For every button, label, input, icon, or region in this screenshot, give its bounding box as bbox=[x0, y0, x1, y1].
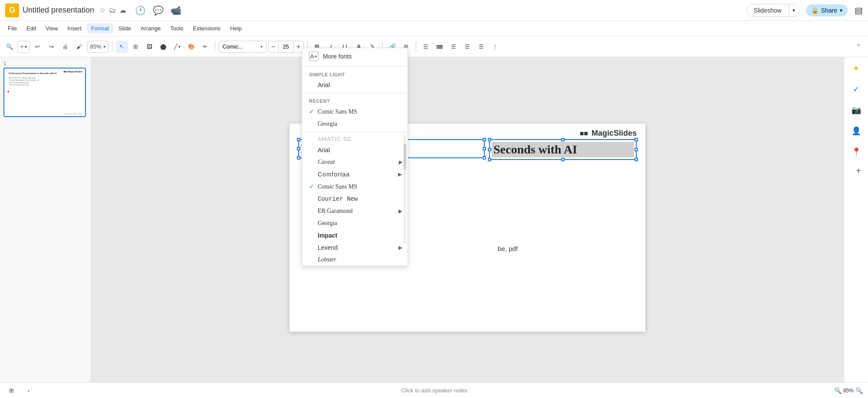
handle-br[interactable] bbox=[483, 156, 486, 160]
slide-logo: ■■ MagicSlides bbox=[580, 129, 637, 138]
tasks-icon[interactable]: ✓ bbox=[848, 82, 864, 97]
font-selector[interactable]: Comic... ▾ bbox=[219, 41, 266, 53]
thumb-watermark: MagicSlides App | Slide 1 bbox=[64, 113, 83, 115]
undo-btn[interactable]: ↩ bbox=[32, 41, 44, 53]
shape-btn[interactable]: ⬤ bbox=[158, 41, 170, 53]
collapse-toolbar-btn[interactable]: ⌃ bbox=[852, 41, 865, 53]
font-arrow-ebgaramond: ▶ bbox=[398, 208, 402, 215]
font-size-value[interactable]: 25 bbox=[278, 41, 294, 52]
redo-btn[interactable]: ↪ bbox=[46, 41, 58, 53]
font-item-comic-recent[interactable]: ✓ Comic Sans MS bbox=[302, 105, 408, 118]
handle-mr[interactable] bbox=[483, 147, 486, 150]
menu-extensions[interactable]: Extensions bbox=[189, 23, 225, 33]
more-fonts-item[interactable]: A+ More fonts bbox=[302, 48, 408, 65]
dropdown-scrollbar-thumb[interactable] bbox=[404, 144, 406, 170]
main-area: 1 ■■ MagicSlides Professional Presentati… bbox=[0, 57, 868, 398]
font-item-lexend[interactable]: Lexend ▶ bbox=[302, 241, 408, 254]
handle-tl[interactable] bbox=[297, 138, 300, 141]
menu-format[interactable]: Format bbox=[87, 23, 113, 33]
line-spacing-btn[interactable] bbox=[434, 41, 446, 53]
collapse-slides-btn[interactable]: ‹ bbox=[23, 385, 35, 397]
handle-r-bl[interactable] bbox=[488, 158, 491, 161]
right-sidebar: ✦ ✓ 📷 👤 📍 + bbox=[844, 57, 868, 398]
slide-thumbnail[interactable]: ■■ MagicSlides Professional Presentation… bbox=[3, 68, 86, 117]
font-item-georgia-recent[interactable]: Georgia bbox=[302, 118, 408, 130]
contacts-icon[interactable]: 👤 bbox=[848, 123, 864, 139]
font-item-comic-main[interactable]: ✓ Comic Sans MS bbox=[302, 180, 408, 193]
frame-select-btn[interactable]: ⊞ bbox=[130, 41, 142, 53]
menu-edit[interactable]: Edit bbox=[22, 23, 40, 33]
title-textbox-right[interactable]: Seconds with AI bbox=[489, 139, 637, 160]
chat-icon[interactable]: 💬 bbox=[153, 5, 164, 16]
menu-arrange[interactable]: Arrange bbox=[136, 23, 165, 33]
indent-list-btn[interactable]: ☰ bbox=[475, 41, 487, 53]
font-arrow-comfortaa: ▶ bbox=[398, 171, 402, 177]
menu-slide[interactable]: Slide bbox=[114, 23, 135, 33]
drive-icon[interactable]: 🗂 bbox=[109, 7, 116, 14]
menu-help[interactable]: Help bbox=[226, 23, 246, 33]
share-button[interactable]: 🔒 Share ▾ bbox=[806, 4, 848, 16]
pen-btn[interactable]: ✏ bbox=[199, 41, 211, 53]
share-label: Share bbox=[821, 7, 837, 14]
add-addon-btn[interactable]: + bbox=[852, 165, 865, 177]
align-btn[interactable]: ☰ bbox=[420, 41, 432, 53]
handle-tr[interactable] bbox=[483, 138, 486, 141]
handle-r-tl[interactable] bbox=[488, 138, 491, 141]
notes-area[interactable]: Click to add speaker notes bbox=[40, 387, 829, 394]
menu-view[interactable]: View bbox=[41, 23, 62, 33]
image-btn[interactable]: 🖼 bbox=[144, 41, 156, 53]
zoom-btn[interactable]: 85%▾ bbox=[87, 41, 108, 53]
print-btn[interactable]: 🖨 bbox=[59, 41, 72, 53]
more-options-btn[interactable]: ⋮ bbox=[489, 41, 501, 53]
paintbucket-btn[interactable]: 🎨 bbox=[185, 41, 197, 53]
font-item-comfortaa[interactable]: Comfortaa ▶ bbox=[302, 168, 408, 180]
zoom-out-icon[interactable]: 🔍 bbox=[834, 387, 842, 394]
handle-ml[interactable] bbox=[297, 147, 300, 150]
font-item-impact[interactable]: Impact bbox=[302, 229, 408, 241]
font-size-decrease-btn[interactable]: − bbox=[269, 41, 278, 53]
line-btn[interactable]: ╱▾ bbox=[171, 41, 184, 53]
menu-file[interactable]: File bbox=[3, 23, 21, 33]
video-icon[interactable]: 📷 bbox=[848, 102, 864, 118]
font-item-arial-main[interactable]: Arial bbox=[302, 144, 408, 156]
explore-icon[interactable]: ✦ bbox=[848, 61, 864, 76]
font-item-caveat[interactable]: Caveat ▶ bbox=[302, 156, 408, 168]
menu-insert[interactable]: Insert bbox=[63, 23, 86, 33]
cursor-btn[interactable]: ↖ bbox=[116, 41, 128, 53]
cloud-save-icon[interactable]: ☁ bbox=[119, 6, 126, 14]
menu-tools[interactable]: Tools bbox=[166, 23, 187, 33]
zoom-in-icon[interactable]: 🔍 bbox=[855, 387, 863, 394]
side-panel-icon[interactable]: ▤ bbox=[855, 5, 863, 16]
slideshow-button[interactable]: Slideshow ▾ bbox=[746, 4, 799, 17]
font-item-ebgaramond[interactable]: EB Garamond ▶ bbox=[302, 205, 408, 217]
star-icon[interactable]: ☆ bbox=[99, 6, 105, 14]
font-label-georgia-main: Georgia bbox=[318, 220, 337, 227]
handle-r-tr[interactable] bbox=[635, 138, 638, 141]
font-item-georgia-main[interactable]: Georgia bbox=[302, 217, 408, 229]
numbered-list-btn[interactable]: ☰ bbox=[461, 41, 473, 53]
font-label-lexend: Lexend bbox=[318, 244, 338, 251]
grid-view-btn[interactable]: ⊞ bbox=[5, 385, 17, 397]
slideshow-label[interactable]: Slideshow bbox=[747, 4, 789, 16]
menu-bar: File Edit View Insert Format Slide Arran… bbox=[0, 21, 868, 36]
add-item-btn[interactable]: + ▾ bbox=[17, 41, 30, 53]
search-toolbar-icon[interactable]: 🔍 bbox=[3, 41, 16, 53]
history-icon[interactable]: 🕐 bbox=[135, 5, 146, 16]
document-title[interactable]: Untitled presentation bbox=[23, 6, 94, 15]
handle-r-bm[interactable] bbox=[561, 158, 565, 161]
handle-r-tm[interactable] bbox=[561, 138, 565, 141]
handle-r-mr[interactable] bbox=[635, 148, 638, 151]
handle-r-br[interactable] bbox=[635, 158, 638, 161]
font-item-lobster[interactable]: Lobster bbox=[302, 254, 408, 266]
font-item-courier[interactable]: Courier New bbox=[302, 193, 408, 205]
font-item-arial-simple[interactable]: Arial bbox=[302, 79, 408, 91]
font-label-arial-simple: Arial bbox=[318, 82, 330, 88]
maps-icon[interactable]: 📍 bbox=[848, 144, 864, 160]
bullet-list-btn[interactable]: ☰ bbox=[447, 41, 460, 53]
handle-r-ml[interactable] bbox=[488, 148, 491, 151]
slideshow-dropdown-arrow[interactable]: ▾ bbox=[789, 5, 799, 16]
paint-format-btn[interactable]: 🖌 bbox=[73, 41, 85, 53]
share-dropdown-arrow[interactable]: ▾ bbox=[840, 7, 842, 13]
handle-bl[interactable] bbox=[297, 156, 300, 160]
camera-icon[interactable]: 📹 bbox=[171, 5, 181, 16]
